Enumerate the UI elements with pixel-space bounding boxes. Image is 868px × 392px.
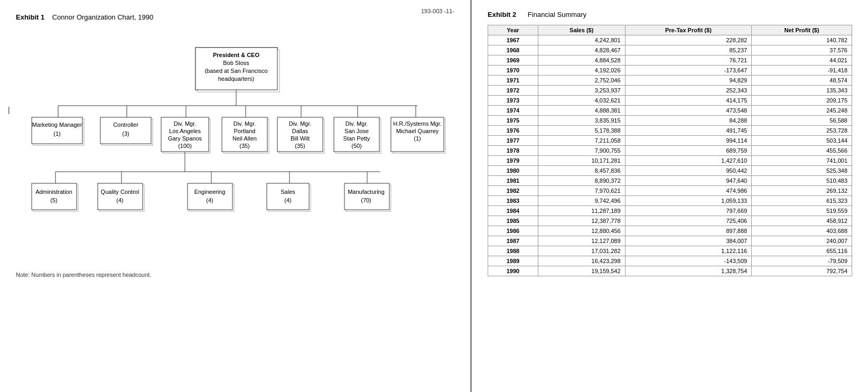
table-cell: 4,828,467	[538, 45, 625, 55]
table-cell: 7,211,058	[538, 136, 625, 146]
exhibit-title-left: Exhibit 1 Connor Organization Chart, 199…	[16, 13, 454, 21]
svg-text:(5): (5)	[50, 197, 57, 203]
table-cell: 1982	[488, 186, 538, 196]
svg-text:Quality Control: Quality Control	[101, 189, 139, 195]
svg-text:Engineering: Engineering	[194, 189, 226, 195]
svg-text:Portland: Portland	[234, 128, 256, 134]
col-header-pretax: Pre-Tax Profit ($)	[625, 25, 752, 35]
table-cell: 269,132	[752, 186, 852, 196]
svg-text:Gary Spanos: Gary Spanos	[168, 135, 202, 142]
table-cell: 897,888	[625, 226, 752, 236]
table-cell: 414,175	[625, 96, 752, 106]
table-cell: 12,127,089	[538, 236, 625, 246]
table-cell: 519,559	[752, 206, 852, 216]
chart-note: Note: Numbers in parentheses represent h…	[16, 272, 454, 278]
table-cell: 1967	[488, 35, 538, 45]
exhibit-title-text-right: Financial Summary	[528, 11, 586, 18]
table-cell: 1978	[488, 146, 538, 156]
table-cell: 1985	[488, 216, 538, 226]
table-cell: 17,031,282	[538, 246, 625, 256]
table-cell: 792,754	[752, 266, 852, 276]
svg-rect-77	[344, 183, 389, 210]
svg-text:(70): (70)	[361, 197, 371, 203]
table-cell: 76,721	[625, 55, 752, 66]
table-cell: 3,253,937	[538, 86, 625, 96]
table-cell: 725,406	[625, 216, 752, 226]
svg-text:(4): (4)	[284, 197, 291, 203]
table-cell: 16,423,298	[538, 256, 625, 266]
table-cell: 252,343	[625, 86, 752, 96]
table-cell: -143,509	[625, 256, 752, 266]
table-cell: 8,890,372	[538, 176, 625, 186]
table-cell: 228,282	[625, 35, 752, 45]
table-cell: -173,647	[625, 66, 752, 76]
table-cell: 741,001	[752, 156, 852, 166]
table-cell: 1,122,116	[625, 246, 752, 256]
table-cell: 9,742,496	[538, 196, 625, 206]
table-cell: 455,566	[752, 146, 852, 156]
table-cell: 1987	[488, 236, 538, 246]
table-cell: 2,752,046	[538, 76, 625, 86]
svg-text:(based at San Francisco: (based at San Francisco	[204, 68, 267, 74]
org-chart-svg: President & CEO Bob Sloss (based at San …	[16, 32, 460, 259]
exhibit-label-left: Exhibit 1	[16, 13, 44, 21]
table-cell: 1977	[488, 136, 538, 146]
exhibit-label-right: Exhibit 2	[488, 11, 516, 18]
table-cell: 94,829	[625, 76, 752, 86]
table-cell: 10,171,281	[538, 156, 625, 166]
table-cell: -79,509	[752, 256, 852, 266]
table-cell: 1981	[488, 176, 538, 186]
svg-text:Manufacturing: Manufacturing	[348, 189, 385, 195]
svg-text:San Jose: San Jose	[344, 128, 369, 134]
table-cell: 503,144	[752, 136, 852, 146]
financial-table: Year Sales ($) Pre-Tax Profit ($) Net Pr…	[488, 25, 852, 276]
table-cell: 7,970,621	[538, 186, 625, 196]
svg-text:(1): (1)	[414, 135, 421, 142]
table-cell: 655,116	[752, 246, 852, 256]
table-cell: 689,759	[625, 146, 752, 156]
table-cell: 240,007	[752, 236, 852, 246]
table-cell: 44,021	[752, 55, 852, 66]
svg-text:Michael Quarrey: Michael Quarrey	[396, 128, 439, 134]
svg-rect-61	[32, 183, 77, 210]
svg-text:(4): (4)	[206, 197, 213, 203]
table-cell: 615,323	[752, 196, 852, 206]
table-cell: 403,688	[752, 226, 852, 236]
left-page: 193-003 -11- Exhibit 1 Connor Organizati…	[0, 0, 470, 392]
table-cell: 4,888,381	[538, 106, 625, 116]
table-cell: 1969	[488, 55, 538, 66]
table-cell: 947,640	[625, 176, 752, 186]
table-cell: 994,114	[625, 136, 752, 146]
page-number: 193-003 -11-	[421, 8, 454, 14]
svg-text:(100): (100)	[178, 143, 192, 149]
table-cell: 473,548	[625, 106, 752, 116]
table-cell: 3,835,915	[538, 116, 625, 126]
svg-text:(1): (1)	[53, 130, 60, 137]
table-cell: 1968	[488, 45, 538, 55]
svg-text:Dallas: Dallas	[292, 128, 309, 134]
svg-text:Bill Wilt: Bill Wilt	[291, 135, 310, 142]
exhibit-title-right: Exhibit 2 Financial Summary	[488, 11, 852, 18]
table-cell: 253,728	[752, 126, 852, 136]
table-cell: 4,884,528	[538, 55, 625, 66]
svg-text:Administration: Administration	[35, 189, 72, 195]
exhibit-title-text-left: Connor Organization Chart, 1990	[52, 13, 154, 21]
table-cell: 510,483	[752, 176, 852, 186]
svg-text:Neil Allen: Neil Allen	[232, 135, 257, 142]
table-cell: 1983	[488, 196, 538, 206]
svg-text:Div. Mgr.: Div. Mgr.	[234, 120, 256, 127]
table-cell: 1974	[488, 106, 538, 116]
table-cell: 37,576	[752, 45, 852, 55]
table-cell: 209,175	[752, 96, 852, 106]
table-cell: 4,032,621	[538, 96, 625, 106]
table-cell: 1990	[488, 266, 538, 276]
table-cell: 1986	[488, 226, 538, 236]
table-cell: 1970	[488, 66, 538, 76]
table-cell: 1971	[488, 76, 538, 86]
col-header-year: Year	[488, 25, 538, 35]
table-cell: 797,669	[625, 206, 752, 216]
svg-text:Marketing Manager: Marketing Manager	[32, 122, 82, 128]
table-cell: 458,912	[752, 216, 852, 226]
table-cell: 48,574	[752, 76, 852, 86]
table-cell: 56,588	[752, 116, 852, 126]
